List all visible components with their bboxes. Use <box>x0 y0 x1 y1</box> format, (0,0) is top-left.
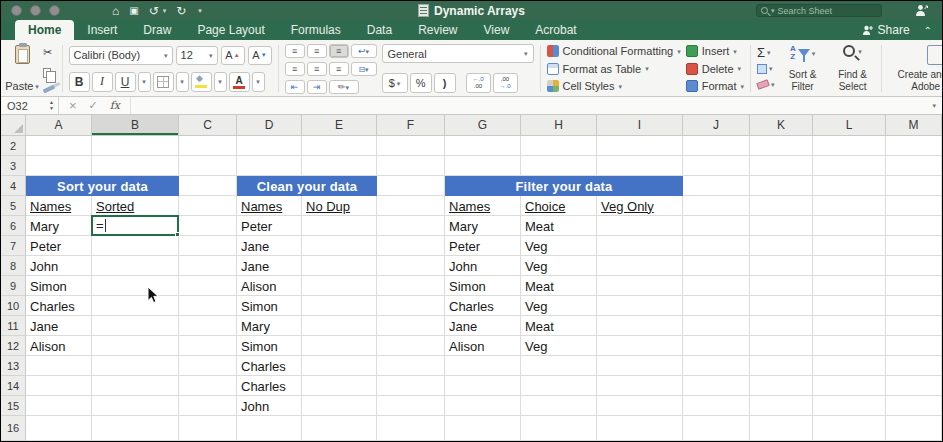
cell-H10[interactable]: Veg <box>521 296 597 316</box>
name-box[interactable]: O32 <box>1 97 45 114</box>
cell-G12[interactable]: Alison <box>445 336 521 356</box>
cell-G7[interactable]: Peter <box>445 236 521 256</box>
cut-scissors-icon[interactable]: ✂ <box>43 46 56 59</box>
paste-button[interactable]: Paste▾ <box>5 44 39 93</box>
row-header-13[interactable]: 13 <box>1 356 26 376</box>
collapse-ribbon-icon[interactable]: ⌃ <box>924 25 932 36</box>
cell-B5[interactable]: Sorted <box>92 196 179 216</box>
clear-button[interactable]: ▾ <box>757 77 775 92</box>
underline-button[interactable]: U <box>115 72 136 92</box>
cell-G9[interactable]: Simon <box>445 276 521 296</box>
align-bottom-button[interactable]: ≡ <box>329 44 349 58</box>
cell-G6[interactable]: Mary <box>445 216 521 236</box>
row-header-2[interactable]: 2 <box>1 136 26 156</box>
bold-button[interactable]: B <box>69 72 90 92</box>
column-header-A[interactable]: A <box>26 115 92 136</box>
share-button[interactable]: Share <box>862 23 910 37</box>
wrap-text-button[interactable]: ↩▾ <box>351 44 377 58</box>
banner-sort-your-data[interactable]: Sort your data <box>26 176 179 196</box>
italic-button[interactable]: I <box>92 72 113 92</box>
row-header-4[interactable]: 4 <box>1 176 26 196</box>
comma-format-button[interactable]: ) <box>434 73 456 93</box>
column-header-G[interactable]: G <box>445 115 521 136</box>
active-cell-B6[interactable]: = <box>91 215 179 236</box>
save-icon[interactable]: ▣ <box>129 6 138 16</box>
column-header-B[interactable]: B <box>92 115 179 136</box>
align-middle-button[interactable]: ≡ <box>307 44 327 58</box>
cell-H5[interactable]: Choice <box>521 196 597 216</box>
fill-color-caret-icon[interactable]: ▾ <box>214 72 227 92</box>
row-header-3[interactable]: 3 <box>1 156 26 176</box>
cell-H9[interactable]: Meat <box>521 276 597 296</box>
cell-A11[interactable]: Jane <box>26 316 92 336</box>
name-box-stepper[interactable]: ▲▼ <box>45 97 59 114</box>
shrink-font-button[interactable]: A▼ <box>248 46 272 65</box>
cell-H11[interactable]: Meat <box>521 316 597 336</box>
align-center-button[interactable]: ≡ <box>307 62 327 76</box>
column-header-C[interactable]: C <box>179 115 237 136</box>
cell-G10[interactable]: Charles <box>445 296 521 316</box>
format-as-table-button[interactable]: Format as Table▾ <box>547 63 681 75</box>
font-color-caret-icon[interactable]: ▾ <box>252 72 265 92</box>
banner-filter-your-data[interactable]: Filter your data <box>445 176 683 196</box>
cell-G5[interactable]: Names <box>445 196 521 216</box>
format-painter-icon[interactable] <box>43 85 56 94</box>
zoom-window-button[interactable] <box>49 5 60 16</box>
cell-D14[interactable]: Charles <box>237 376 302 396</box>
font-family-select[interactable]: Calibri (Body)▾ <box>69 46 173 65</box>
cell-H7[interactable]: Veg <box>521 236 597 256</box>
align-top-button[interactable]: ≡ <box>285 44 305 58</box>
cell-D7[interactable]: Jane <box>237 236 302 256</box>
toolbar-options-caret-icon[interactable]: ▾ <box>198 7 202 15</box>
sort-filter-button[interactable]: AZ ▾ Sort & Filter <box>781 44 825 93</box>
cell-A9[interactable]: Simon <box>26 276 92 296</box>
cell-I5[interactable]: Veg Only <box>597 196 683 216</box>
cell-A8[interactable]: John <box>26 256 92 276</box>
font-color-button[interactable]: A <box>229 72 250 92</box>
increase-indent-button[interactable]: ⇥ <box>307 80 327 94</box>
insert-cells-button[interactable]: Insert▾ <box>686 45 744 57</box>
select-all-corner[interactable] <box>1 115 26 136</box>
fill-handle[interactable] <box>175 232 180 237</box>
row-header-16[interactable]: 16 <box>1 416 26 441</box>
column-header-L[interactable]: L <box>813 115 886 136</box>
row-header-9[interactable]: 9 <box>1 276 26 296</box>
grow-font-button[interactable]: A▲ <box>221 46 245 65</box>
tab-home[interactable]: Home <box>15 20 74 40</box>
enter-check-icon[interactable]: ✓ <box>89 99 98 112</box>
cell-H8[interactable]: Veg <box>521 256 597 276</box>
row-header-10[interactable]: 10 <box>1 296 26 316</box>
align-left-button[interactable]: ≡ <box>285 62 305 76</box>
cell-A6[interactable]: Mary <box>26 216 92 236</box>
underline-caret-icon[interactable]: ▾ <box>138 72 151 92</box>
cell-D12[interactable]: Simon <box>237 336 302 356</box>
insert-function-icon[interactable]: fx <box>110 99 120 112</box>
grid-area[interactable]: Sort your dataClean your dataFilter your… <box>26 136 942 441</box>
banner-clean-your-data[interactable]: Clean your data <box>237 176 377 196</box>
cell-A12[interactable]: Alison <box>26 336 92 356</box>
conditional-formatting-button[interactable]: Conditional Formatting▾ <box>547 45 681 57</box>
close-window-button[interactable] <box>11 5 22 16</box>
autosum-button[interactable]: Σ▾ <box>757 45 775 60</box>
column-header-F[interactable]: F <box>377 115 445 136</box>
user-icon[interactable] <box>915 4 928 17</box>
tab-insert[interactable]: Insert <box>74 20 130 40</box>
row-header-11[interactable]: 11 <box>1 316 26 336</box>
row-header-15[interactable]: 15 <box>1 396 26 416</box>
delete-cells-button[interactable]: Delete▾ <box>686 63 744 75</box>
row-header-5[interactable]: 5 <box>1 196 26 216</box>
cell-styles-button[interactable]: Cell Styles▾ <box>547 80 681 92</box>
tab-acrobat[interactable]: Acrobat <box>522 20 589 40</box>
copy-button[interactable]: ▾ <box>43 68 56 78</box>
tab-formulas[interactable]: Formulas <box>278 20 354 40</box>
cell-G11[interactable]: Jane <box>445 316 521 336</box>
undo-icon[interactable]: ↺ <box>149 5 159 17</box>
undo-caret-icon[interactable]: ▾ <box>163 7 167 15</box>
tab-draw[interactable]: Draw <box>130 20 184 40</box>
row-header-6[interactable]: 6 <box>1 216 26 236</box>
fill-button[interactable]: ▾ <box>757 61 775 76</box>
currency-format-button[interactable]: $▾ <box>382 73 408 93</box>
column-header-J[interactable]: J <box>683 115 750 136</box>
column-header-E[interactable]: E <box>302 115 377 136</box>
format-cells-button[interactable]: Format▾ <box>686 80 744 92</box>
